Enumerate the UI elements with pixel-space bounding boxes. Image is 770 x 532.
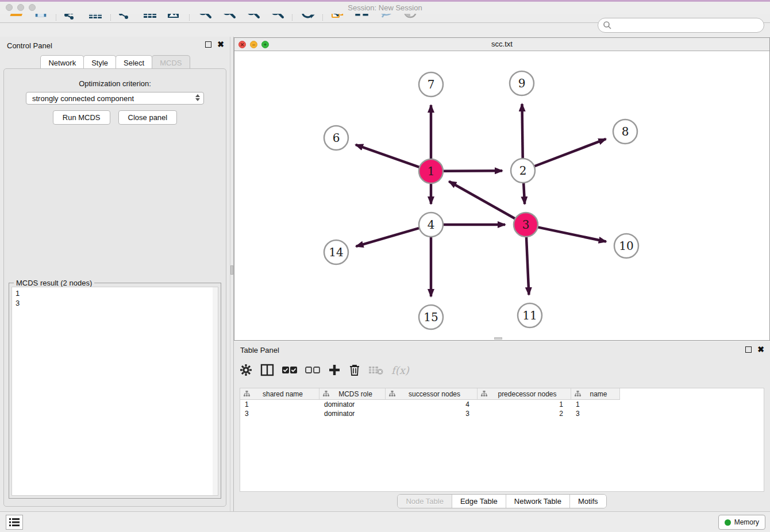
node-3[interactable]: 3 [514,213,538,237]
optimization-criterion-value: strongly connected component [32,94,134,103]
show-columns-button[interactable] [260,361,274,379]
add-row-button[interactable] [328,361,341,379]
trash-icon [349,364,360,376]
canvas-resize-grip[interactable] [494,337,502,340]
node-7[interactable]: 7 [419,72,443,97]
minimize-window-icon[interactable] [17,4,24,11]
node-9[interactable]: 9 [510,71,534,95]
table-header-row: shared nameMCDS rolesuccessor nodesprede… [240,388,764,400]
select-all-icon [282,366,297,374]
table-panel: Table Panel ✖ [234,342,770,511]
tab-motifs[interactable]: Motifs [570,495,606,508]
delete-table-button[interactable] [368,361,383,379]
application-window: Session: New Session [0,0,770,532]
maximize-window-icon[interactable] [29,4,36,11]
network-maximize-icon[interactable]: + [261,41,269,48]
status-bar: Memory [0,511,770,532]
column-header-predecessor-nodes[interactable]: predecessor nodes [478,388,571,400]
column-header-successor-nodes[interactable]: successor nodes [386,388,478,400]
edge-1-6[interactable] [356,145,419,167]
cell-name[interactable]: 3 [571,409,620,418]
mcds-result-group: MCDS result (2 nodes) 1 3 [9,283,221,499]
search-input[interactable] [612,19,764,32]
deselect-all-icon [305,366,320,374]
cell-successor-nodes[interactable]: 4 [386,400,478,409]
cell-MCDS-role[interactable]: dominator [319,409,386,418]
network-canvas[interactable]: 7968124314101511 [234,51,769,340]
network-minimize-icon[interactable]: − [250,41,257,48]
cell-predecessor-nodes[interactable]: 1 [478,400,571,409]
cell-shared-name[interactable]: 3 [240,409,319,418]
table-settings-button[interactable] [240,361,252,379]
tab-node-table[interactable]: Node Table [398,495,452,508]
edge-3-11[interactable] [526,237,529,295]
search-box[interactable] [598,18,764,33]
memory-status-icon [725,519,731,526]
network-close-icon[interactable]: ✕ [238,41,246,48]
vertical-splitter[interactable] [230,37,234,511]
splitter-grip[interactable] [230,265,233,275]
node-15[interactable]: 15 [419,305,443,329]
table-tabs: Node TableEdge TableNetwork TableMotifs [234,494,770,508]
network-view-window: ✕ − + scc.txt 7968124314101511 [234,37,770,341]
cell-successor-nodes[interactable]: 3 [386,409,478,418]
node-label: 15 [424,310,438,324]
title-bar[interactable]: Session: New Session [0,2,770,14]
edge-3-10[interactable] [538,227,606,241]
edge-1-2[interactable] [443,171,502,171]
cell-predecessor-nodes[interactable]: 2 [478,409,571,418]
search-icon [603,21,612,30]
table-row[interactable]: 1dominator411 [240,400,764,409]
edge-2-9[interactable] [522,104,522,159]
network-window-titlebar[interactable]: ✕ − + scc.txt [234,38,769,51]
node-8[interactable]: 8 [613,119,637,144]
cell-shared-name[interactable]: 1 [240,400,319,409]
tab-edge-table[interactable]: Edge Table [452,495,506,508]
deselect-all-button[interactable] [305,361,320,379]
mcds-result-text[interactable]: 1 3 [11,287,218,496]
traffic-lights[interactable] [6,4,36,11]
node-table[interactable]: shared nameMCDS rolesuccessor nodesprede… [240,388,764,492]
column-header-name[interactable]: name [571,388,620,400]
gear-icon [240,364,252,376]
mcds-result-scrollbar[interactable] [213,287,218,495]
edge-2-8[interactable] [534,139,606,167]
table-row[interactable]: 3dominator323 [240,409,764,418]
close-table-panel-icon[interactable]: ✖ [757,346,764,353]
tab-network-table[interactable]: Network Table [506,495,570,508]
node-10[interactable]: 10 [614,234,638,258]
delete-table-icon [368,365,383,375]
node-1[interactable]: 1 [419,159,443,183]
cell-MCDS-role[interactable]: dominator [319,400,386,409]
apply-function-button[interactable]: f(x) [391,361,409,379]
close-window-icon[interactable] [6,4,13,11]
task-history-button[interactable] [6,515,23,530]
memory-button[interactable]: Memory [718,515,765,530]
node-14[interactable]: 14 [324,240,348,264]
run-mcds-button[interactable]: Run MCDS [53,110,110,125]
node-4[interactable]: 4 [419,213,443,237]
edge-2-3[interactable] [523,183,525,204]
node-11[interactable]: 11 [518,303,542,327]
node-label: 4 [428,218,435,232]
optimization-criterion-select[interactable]: strongly connected component [26,92,204,105]
close-panel-icon[interactable]: ✖ [217,41,224,48]
column-header-shared-name[interactable]: shared name [240,388,319,400]
node-6[interactable]: 6 [324,126,348,150]
delete-row-button[interactable] [349,361,360,379]
select-all-button[interactable] [282,361,297,379]
float-panel-icon[interactable] [205,41,211,48]
edge-4-14[interactable] [356,228,419,246]
column-header-MCDS-role[interactable]: MCDS role [319,388,386,400]
node-label: 8 [622,125,629,138]
network-window-title: scc.txt [234,38,769,51]
edge-3-1[interactable] [449,182,515,219]
node-label: 2 [519,164,527,178]
memory-label: Memory [734,518,759,526]
cell-name[interactable]: 1 [571,400,620,409]
float-table-panel-icon[interactable] [745,346,752,353]
table-panel-header: Table Panel ✖ [234,342,770,356]
node-2[interactable]: 2 [511,159,535,183]
close-panel-button[interactable]: Close panel [118,110,178,125]
control-panel-header: Control Panel ✖ [0,37,230,53]
